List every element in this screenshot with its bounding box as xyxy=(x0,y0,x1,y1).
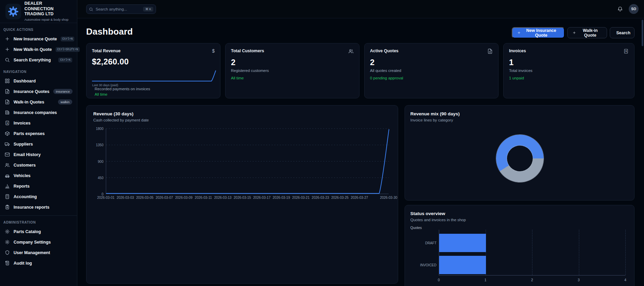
stat-footnote: 1 unpaid xyxy=(509,76,629,80)
sidebar-item-walk-in-quotes[interactable]: Walk-in Quoteswalkin xyxy=(2,97,75,107)
sidebar-item-label: Insurance reports xyxy=(14,205,50,210)
x-axis-tick-label: 2026-03-13 xyxy=(214,196,232,199)
file-icon xyxy=(5,99,10,104)
stat-description: Total invoices xyxy=(509,69,629,73)
sidebar-item-insurance-reports[interactable]: Insurance reports xyxy=(2,202,75,212)
chart-title: Revenue mix (90 days) xyxy=(410,111,629,116)
sidebar-item-search-everything[interactable]: Search EverythingCtrl+K xyxy=(2,55,75,65)
clipboard-icon xyxy=(5,205,10,210)
brand-logo xyxy=(5,4,21,19)
gear-icon xyxy=(5,240,10,245)
sidebar-item-new-insurance-quote[interactable]: New Insurance QuoteCtrl+N xyxy=(2,34,75,44)
x-axis-tick-label: 1 xyxy=(485,278,487,282)
gear-icon xyxy=(5,229,10,234)
bell-icon[interactable] xyxy=(617,6,623,12)
sidebar-item-dashboard[interactable]: Dashboard xyxy=(2,76,75,86)
search-icon xyxy=(89,7,93,12)
dollar-icon: $ xyxy=(212,49,215,53)
sidebar-item-label: Audit log xyxy=(14,261,32,266)
sidebar-item-label: User Management xyxy=(14,250,50,255)
grid-icon xyxy=(5,78,10,83)
chart-icon xyxy=(5,184,10,189)
sidebar-item-email-history[interactable]: Email History xyxy=(2,149,75,160)
sidebar-item-label: Insurance Quotes xyxy=(14,89,50,94)
x-axis-tick-label: 2026-03-17 xyxy=(253,196,271,199)
stat-value: $2,260.00 xyxy=(92,57,215,66)
brand-name-line1: DEALER CONNECTION xyxy=(24,1,72,12)
app-root: DEALER CONNECTION TRADING LTD Automotive… xyxy=(0,0,644,286)
sidebar-item-reports[interactable]: Reports xyxy=(2,181,75,191)
sidebar-item-audit-log[interactable]: Audit log xyxy=(2,258,75,268)
svg-text:$: $ xyxy=(625,50,627,53)
sidebar-item-label: Search Everything xyxy=(14,58,51,62)
status-bar-invoiced[interactable] xyxy=(439,256,486,274)
file-icon xyxy=(5,89,10,94)
sidebar-item-label: New Insurance Quote xyxy=(14,37,57,41)
global-search-input[interactable]: Search anything... ⌘ K xyxy=(86,4,156,14)
sidebar-item-company-settings[interactable]: Company Settings xyxy=(2,237,75,247)
x-axis-tick-label: 2026-03-25 xyxy=(331,196,349,199)
sidebar-item-label: Parts expenses xyxy=(14,131,45,136)
plus-icon xyxy=(5,47,10,52)
stat-card-total-revenue: Total Revenue $ $2,260.00 Last 30 days (… xyxy=(86,43,220,98)
vertical-scrollbar-thumb[interactable] xyxy=(642,20,643,46)
stat-title: Total Revenue xyxy=(92,49,121,53)
status-bar-draft[interactable] xyxy=(439,234,486,252)
mail-icon xyxy=(5,152,10,157)
sidebar-item-label: Customers xyxy=(14,163,36,168)
sidebar-item-label: Email History xyxy=(14,152,41,157)
sidebar-item-label: Parts Catalog xyxy=(14,229,41,234)
sidebar-item-vehicles[interactable]: Vehicles xyxy=(2,170,75,181)
revenue-30-days-card: Revenue (30 days) Cash collected by paym… xyxy=(86,105,398,284)
brand-name-line2: TRADING LTD xyxy=(24,12,72,17)
package-icon xyxy=(5,131,10,136)
y-axis-tick-label: 900 xyxy=(89,159,103,163)
y-axis-tick-label: 1800 xyxy=(89,127,103,131)
users-icon xyxy=(348,49,354,54)
x-axis-tick-label: 2026-03-05 xyxy=(136,196,153,199)
sidebar-item-suppliers[interactable]: Suppliers xyxy=(2,139,75,149)
x-axis-tick-label: 2026-03-21 xyxy=(292,196,310,199)
stat-title: Invoices xyxy=(509,49,526,53)
page-title: Dashboard xyxy=(86,26,133,37)
sidebar: DEALER CONNECTION TRADING LTD Automotive… xyxy=(0,0,77,286)
sidebar-item-label: Reports xyxy=(14,184,30,189)
sidebar-item-new-walk-in-quote[interactable]: New Walk-in QuoteCtrl+Shift+N xyxy=(2,44,75,55)
chart-group-label: Quotes xyxy=(410,226,629,230)
sidebar-item-label: Dashboard xyxy=(14,79,36,83)
user-avatar[interactable]: SO xyxy=(629,4,639,14)
shield-icon xyxy=(5,250,10,255)
x-axis-tick-label: 2026-03-23 xyxy=(312,196,329,199)
stat-card-total-customers: Total Customers 2 Registered customers A… xyxy=(225,43,359,98)
sidebar-item-user-management[interactable]: User Management xyxy=(2,247,75,258)
walk-in-quote-button[interactable]: Walk-in Quote xyxy=(567,27,607,38)
sidebar-item-parts-catalog[interactable]: Parts Catalog xyxy=(2,226,75,237)
new-insurance-quote-button[interactable]: New Insurance Quote xyxy=(512,27,565,38)
x-axis-tick-label: 2026-03-11 xyxy=(195,196,212,199)
x-axis-tick-label: 3 xyxy=(578,278,580,282)
sidebar-item-label: Walk-in Quotes xyxy=(14,100,44,104)
sidebar-section-label-navigation: NAVIGATION xyxy=(3,70,74,74)
revenue-line-chart xyxy=(106,129,389,194)
sidebar-item-invoices[interactable]: $Invoices xyxy=(2,118,75,128)
x-gridline xyxy=(625,230,626,275)
sidebar-item-accounting[interactable]: Accounting xyxy=(2,191,75,202)
keyboard-shortcut-badge: Ctrl+K xyxy=(58,58,72,62)
car-icon xyxy=(5,173,10,178)
sidebar-item-insurance-companies[interactable]: Insurance companies xyxy=(2,107,75,118)
x-axis-tick-label: 2026-03-01 xyxy=(97,196,114,199)
scroll-icon xyxy=(5,261,10,266)
stat-footnote: All time xyxy=(231,76,354,80)
sidebar-item-insurance-quotes[interactable]: Insurance Quotesinsurance xyxy=(2,86,75,97)
y-axis-tick-label: 450 xyxy=(89,176,103,179)
sidebar-item-label: Company Settings xyxy=(14,240,51,245)
stat-card-invoices: Invoices $ 1 Total invoices 1 unpaid xyxy=(503,43,635,98)
x-axis-tick-label: 2026-03-09 xyxy=(175,196,192,199)
sidebar-item-parts-expenses[interactable]: Parts expenses xyxy=(2,128,75,139)
stat-card-active-quotes: Active Quotes 2 All quotes created 0 pen… xyxy=(364,43,499,98)
chart-title: Status overview xyxy=(410,211,629,216)
search-button[interactable]: Search xyxy=(610,27,635,38)
stat-value: 2 xyxy=(370,58,493,67)
stat-caption: Last 30 days (paid) xyxy=(92,83,118,87)
sidebar-item-customers[interactable]: Customers xyxy=(2,160,75,170)
